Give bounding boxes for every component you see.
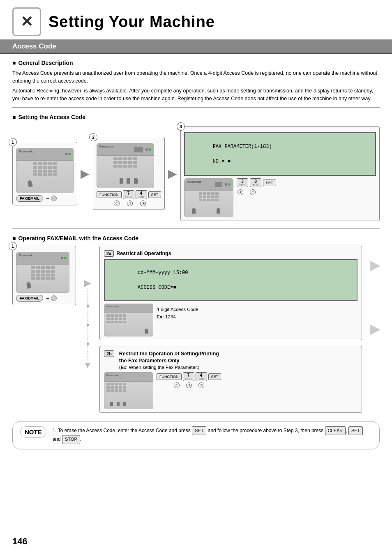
fax-machine-3: Panasonic	[184, 178, 233, 217]
step2b-title: Restrict the Operation of Setting/Printi…	[119, 350, 219, 365]
note-text: 1. To erase the Access Code, enter the A…	[53, 426, 372, 444]
circle-3-1: ①	[238, 189, 243, 195]
step2a-code-info: 4-digit Access Code Ex: 1234	[157, 306, 198, 321]
fax-keypad-2	[112, 156, 139, 169]
operating-row: 1 Panasonic FAX/EMAIL –	[12, 246, 380, 413]
op-big-arrow-1: ▶	[370, 258, 380, 272]
step-2a-badge: 2a	[104, 250, 114, 257]
arrow-2: ▶	[168, 167, 177, 180]
op-step-1-block: 1 Panasonic FAX/EMAIL –	[12, 246, 76, 305]
step3-key-row: 3 DEF 8 TUV SET	[237, 178, 276, 187]
note-label: NOTE	[20, 426, 46, 438]
circle-3: ③	[140, 200, 146, 206]
section-divider-1	[12, 107, 380, 108]
step2a-lower: Panasonic 4-digit Access Code Ex: 1234	[104, 304, 357, 336]
step2-circled-nums: ① ② ③	[97, 200, 161, 206]
dotted-arrows-col: ▶ ▶	[84, 246, 91, 402]
general-para-2: Automatic Receiving, however, is always …	[12, 87, 380, 103]
setting-steps-row: 1 Panasonic	[12, 126, 380, 221]
key-4ghi: 4 GHI	[136, 190, 147, 199]
note-section: NOTE 1. To erase the Access Code, enter …	[12, 421, 380, 449]
step2b-header: 2b Restrict the Operation of Setting/Pri…	[104, 350, 357, 370]
circle-3-2: ②	[250, 189, 256, 195]
header-icon: ✕	[12, 7, 41, 36]
fax-keypad-1	[31, 161, 58, 178]
note-clear-key: CLEAR	[325, 426, 346, 435]
op-finger-2b-1	[110, 402, 113, 406]
set-key-3: SET	[263, 180, 276, 186]
op-function-key: FUNCTION	[157, 373, 182, 380]
circle-2: ②	[127, 200, 133, 206]
op-option-icon	[51, 295, 57, 301]
fax-machine-2: Panasonic	[97, 143, 154, 188]
arrow-1: ▶	[81, 167, 90, 180]
option-icon	[51, 196, 57, 201]
setting-step-2: 2 Panasonic	[93, 137, 165, 210]
op-big-arrow-2: ▶	[370, 322, 380, 336]
step3-right-keys: 3 DEF 8 TUV SET ① ②	[237, 178, 276, 195]
op-set-key: SET	[208, 373, 221, 380]
divider-top	[0, 53, 392, 54]
fax-dot-2	[68, 153, 71, 155]
step3-lower: Panasonic	[184, 178, 376, 217]
step2b-lower: Panasonic FUNCTION	[104, 372, 357, 409]
fax-dot-1	[65, 153, 67, 155]
finger-1	[27, 180, 33, 187]
fax-keypad-3	[197, 191, 221, 203]
general-para-1: The Access Code prevents an unauthorized…	[12, 69, 380, 85]
op-finger-1	[26, 282, 31, 289]
circle-1: ①	[114, 200, 120, 206]
dotted-line-4	[88, 345, 88, 362]
op-step-number-1: 1	[9, 242, 17, 250]
step2-function-keys: FUNCTION 7 GRS 4 GHI SET	[97, 190, 161, 199]
page-number: 146	[12, 536, 28, 547]
op-fax-2a: Panasonic	[104, 304, 153, 336]
op-circle-1: ①	[174, 382, 180, 388]
setting-access-code-header: Setting the Access Code	[12, 114, 380, 120]
key-7grs: 7 GRS	[123, 190, 134, 199]
finger-2c	[134, 178, 138, 184]
setting-step-1: 1 Panasonic	[12, 142, 77, 205]
step-number-2: 2	[89, 133, 97, 141]
step2b-ex: (Ex: When setting the Fax Parameter.)	[119, 365, 219, 370]
finger-2a	[120, 178, 123, 184]
lcd-display-step3: FAX PARAMETER(1-183) NO.= ■	[184, 132, 376, 176]
step2b-function-keys: FUNCTION 7 GRS 4 GHI SET	[157, 372, 221, 381]
access-code-bar: Access Code	[0, 40, 392, 53]
access-code-lcd: dd-MMM-yyyy 15:00 ACCESS CODE=■	[104, 259, 357, 301]
dot-arrow-bottom: ▶	[84, 363, 92, 368]
op-fax-keypad-1	[29, 265, 56, 282]
step1-buttons: FAX/EMAIL –	[16, 195, 74, 202]
op-step2-blocks: 2a Restrict all Operatings dd-MMM-yyyy 1…	[99, 246, 362, 413]
setting-step-3: 3 FAX PARAMETER(1-183) NO.= ■ Panasonic	[180, 126, 380, 221]
op-key-7: 7 GRS	[183, 372, 194, 381]
op-finger-2a	[145, 329, 148, 334]
step2b-circled: ① ② ③	[157, 382, 221, 388]
finger-3a	[192, 208, 196, 214]
op-finger-2b-3	[123, 402, 126, 406]
op-key-4: 4 GHI	[196, 372, 207, 381]
dot-arrow-top: ▶	[84, 278, 91, 288]
dotted-line-1	[88, 288, 88, 305]
op-fax-email-button: FAX/EMAIL	[16, 295, 43, 302]
step2a-header: 2a Restrict all Operatings	[104, 250, 357, 257]
finger-2b	[127, 178, 130, 184]
op-step-2a-block: 2a Restrict all Operatings dd-MMM-yyyy 1…	[99, 246, 362, 340]
step-2b-badge: 2b	[104, 350, 114, 357]
operating-header: Operating FAX/EMAIL with the Access Code	[12, 235, 380, 242]
finger-3b	[217, 208, 220, 214]
key-8tuv: 8 TUV	[250, 178, 261, 187]
op-step-2b-block: 2b Restrict the Operation of Setting/Pri…	[99, 346, 362, 413]
page-title: Setting Your Machine	[48, 13, 215, 31]
set-key: SET	[148, 191, 161, 198]
step2a-title: Restrict all Operatings	[116, 251, 171, 256]
op-finger-2b-2	[117, 402, 120, 406]
dotted-line-3	[88, 326, 88, 343]
op-fax-2b: Panasonic	[104, 372, 153, 409]
step2b-right: FUNCTION 7 GRS 4 GHI SET	[157, 372, 221, 388]
note-stop-key: STOP	[62, 435, 80, 444]
page-header: ✕ Setting Your Machine	[0, 0, 392, 40]
fax-email-button: FAX/EMAIL	[16, 195, 43, 202]
op-circle-2: ②	[186, 382, 192, 388]
op-fax-machine-1: Panasonic	[16, 252, 69, 293]
